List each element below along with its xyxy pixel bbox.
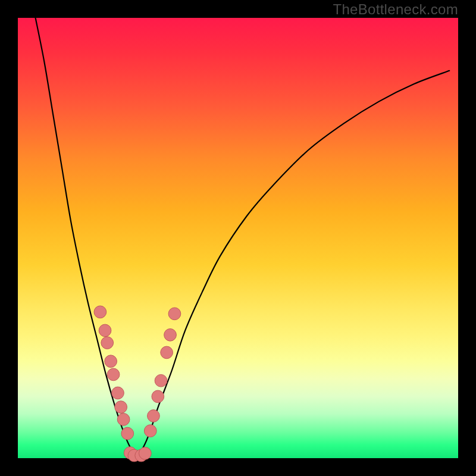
marker-dot — [164, 328, 177, 341]
marker-dot — [152, 390, 164, 403]
marker-dot — [148, 410, 160, 422]
marker-dot — [112, 387, 124, 399]
marker-dot — [107, 368, 120, 381]
marker-dot — [168, 308, 181, 320]
marker-dot — [101, 337, 114, 349]
marker-dot — [161, 346, 173, 359]
marker-dot — [94, 306, 107, 318]
bottleneck-curve — [0, 0, 476, 476]
marker-dot — [155, 374, 167, 387]
marker-dot — [121, 427, 134, 440]
marker-dot — [117, 414, 130, 426]
marker-dot — [139, 447, 152, 460]
marker-dot — [99, 324, 111, 337]
curve-right-arm — [137, 71, 449, 456]
outer-frame: TheBottleneck.com — [0, 0, 476, 476]
marker-dot — [105, 355, 117, 368]
marker-dot — [115, 401, 127, 414]
marker-dot — [144, 425, 156, 437]
